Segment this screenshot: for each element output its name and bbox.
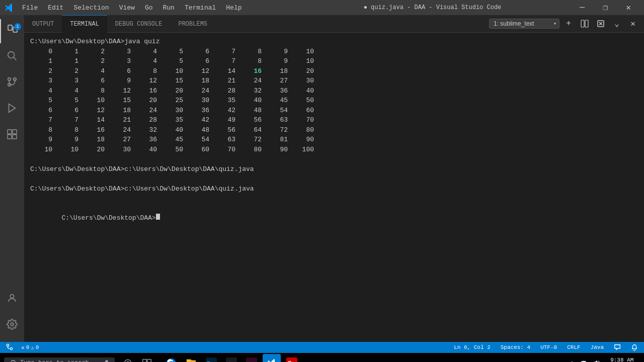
svg-rect-14 (581, 20, 584, 27)
sidebar-item-search[interactable] (0, 45, 24, 69)
menu-view[interactable]: View (115, 3, 139, 13)
table-cell: 16 (239, 66, 266, 76)
table-cell: 42 (187, 115, 213, 125)
table-cell: 28 (213, 86, 239, 96)
volume-icon[interactable] (591, 357, 602, 362)
extensions-icon (7, 129, 18, 143)
minimize-button[interactable]: — (571, 0, 594, 15)
terminal-selector[interactable]: 1: sublime_text (489, 19, 559, 29)
taskbar-app8[interactable]: S (283, 354, 301, 362)
split-terminal-button[interactable] (578, 17, 592, 31)
taskbar-cortana[interactable] (119, 354, 137, 362)
taskbar-clock[interactable]: 9:38 AM 9/26/2020 (604, 357, 640, 362)
menu-go[interactable]: Go (141, 3, 157, 13)
svg-point-20 (10, 347, 12, 349)
table-cell: 40 (239, 96, 266, 106)
status-feedback-icon[interactable] (612, 342, 623, 353)
table-cell: 20 (161, 86, 187, 96)
table-cell: 8 (56, 125, 83, 135)
terminal-cursor (156, 214, 160, 220)
status-line-ending[interactable]: CRLF (565, 342, 582, 353)
table-cell: 36 (266, 86, 292, 96)
search-bar[interactable]: Type here to search 🎤 (4, 357, 115, 362)
table-cell: 60 (187, 145, 213, 155)
table-cell: 36 (187, 106, 213, 116)
svg-rect-26 (147, 359, 151, 363)
taskbar-photoshop[interactable]: Ps (202, 354, 220, 362)
taskbar-search-icon (10, 359, 17, 362)
table-cell: 9 (30, 135, 56, 145)
table-cell: 45 (161, 135, 187, 145)
sidebar-item-run[interactable] (0, 98, 24, 122)
table-cell: 4 (83, 66, 109, 76)
table-cell: 2 (83, 56, 109, 66)
tab-problems[interactable]: PROBLEMS (170, 15, 215, 33)
table-cell: 100 (292, 145, 318, 155)
table-cell: 1 (56, 47, 83, 57)
status-notifications-icon[interactable] (629, 342, 640, 353)
status-language[interactable]: Java (589, 342, 606, 353)
table-cell: 3 (109, 47, 135, 57)
sidebar-item-settings[interactable] (0, 314, 24, 338)
svg-rect-25 (143, 359, 147, 363)
table-cell: 7 (56, 115, 83, 125)
status-branch[interactable] (4, 342, 15, 353)
settings-icon (7, 319, 18, 333)
tab-debug-console[interactable]: DEBUG CONSOLE (107, 15, 171, 33)
status-spaces[interactable]: Spaces: 4 (499, 342, 532, 353)
taskbar-explorer[interactable] (182, 354, 200, 362)
table-row: 77142128354249566370 (30, 115, 638, 125)
svg-line-3 (14, 57, 16, 60)
taskbar-vscode[interactable] (263, 354, 281, 362)
taskbar-tray-icons (119, 354, 156, 362)
table-cell: 40 (135, 145, 161, 155)
panel-close-button[interactable]: ✕ (626, 17, 640, 31)
taskbar-edge[interactable] (162, 354, 180, 362)
table-row: 10102030405060708090100 (30, 145, 638, 155)
sidebar-item-source-control[interactable] (0, 71, 24, 96)
menu-run[interactable]: Run (158, 3, 178, 13)
kill-terminal-button[interactable] (594, 17, 608, 31)
sidebar-item-account[interactable] (0, 288, 24, 312)
table-cell: 9 (109, 76, 135, 86)
table-row: 4481216202428323640 (30, 86, 638, 96)
menu-help[interactable]: Help (222, 3, 246, 13)
status-encoding[interactable]: UTF-8 (538, 342, 559, 353)
table-cell: 5 (161, 56, 187, 66)
table-cell: 7 (213, 47, 239, 57)
close-button[interactable]: ✕ (617, 0, 640, 15)
terminal-content[interactable]: C:\Users\Dw\Desktop\DAA>java quiz 012345… (24, 33, 644, 342)
menu-selection[interactable]: Selection (69, 3, 113, 13)
network-icon[interactable] (578, 357, 589, 362)
new-terminal-button[interactable]: + (561, 17, 576, 31)
menu-file[interactable]: File (18, 3, 42, 13)
menu-edit[interactable]: Edit (44, 3, 67, 13)
taskbar-system-tray: ∧ 9:38 AM 9/26/2020 (568, 357, 640, 362)
table-cell: 18 (109, 106, 135, 116)
sidebar-item-explorer[interactable]: 1 (0, 19, 24, 43)
taskbar-task-view[interactable] (138, 354, 156, 362)
taskbar-app5[interactable]: ⬡ (222, 354, 240, 362)
svg-point-6 (8, 77, 11, 80)
table-cell: 6 (187, 47, 213, 57)
tab-terminal[interactable]: TERMINAL (62, 15, 107, 33)
table-cell: 50 (292, 96, 318, 106)
table-cell: 7 (30, 115, 56, 125)
tab-output[interactable]: OUTPUT (24, 15, 62, 33)
titlebar: File Edit Selection View Go Run Terminal… (0, 0, 644, 15)
panel-chevron-down[interactable]: ⌄ (610, 17, 624, 31)
taskbar-terminal-icon[interactable]: >_ (243, 354, 261, 362)
table-cell: 60 (292, 106, 318, 116)
maximize-button[interactable]: ❐ (594, 0, 617, 15)
tray-icons[interactable]: ∧ (568, 357, 576, 362)
sidebar-item-extensions[interactable] (0, 124, 24, 148)
menu-terminal[interactable]: Terminal (181, 3, 220, 13)
table-cell: 28 (135, 115, 161, 125)
menu-bar: File Edit Selection View Go Run Terminal… (18, 3, 294, 13)
table-cell: 63 (213, 135, 239, 145)
status-errors[interactable]: ✕ 0 ⚠ 0 (19, 342, 41, 353)
table-cell: 2 (83, 47, 109, 57)
svg-point-2 (8, 51, 15, 58)
table-row: 012345678910 (30, 47, 638, 57)
status-position[interactable]: Ln 6, Col 2 (452, 342, 493, 353)
